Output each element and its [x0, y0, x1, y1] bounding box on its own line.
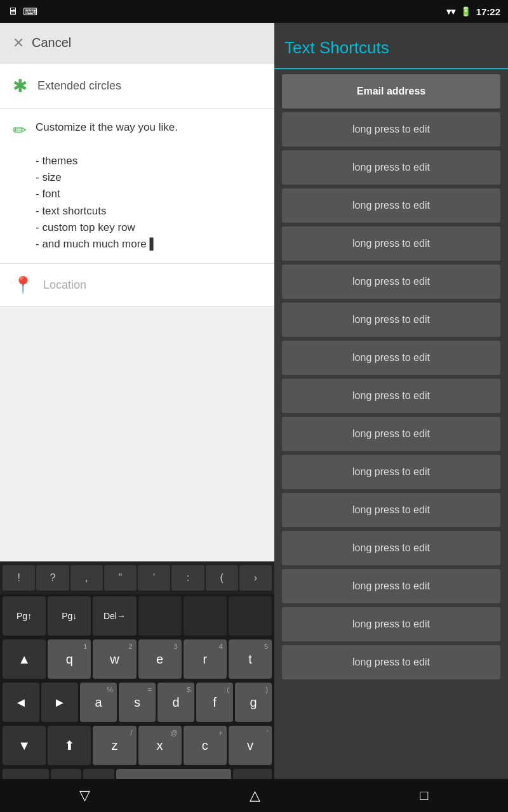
shortcut-item-15-label: long press to edit — [352, 657, 430, 668]
empty-key-3 — [229, 596, 272, 636]
left-panel: ✕ Cancel ✱ Extended circles ✏ Customize … — [0, 23, 274, 812]
key-d[interactable]: $d — [157, 683, 194, 722]
key-f[interactable]: (f — [196, 683, 233, 722]
location-placeholder: Location — [43, 278, 86, 292]
del-key[interactable]: Del→ — [93, 596, 136, 636]
shortcut-item-1[interactable]: long press to edit — [282, 112, 500, 147]
shortcut-item-8[interactable]: long press to edit — [282, 379, 500, 413]
right-arrow-key[interactable]: ► — [41, 683, 78, 722]
shortcut-item-2-label: long press to edit — [352, 162, 430, 173]
shortcut-item-1-label: long press to edit — [352, 124, 430, 135]
shortcut-email[interactable]: Email address — [282, 74, 500, 108]
key-z[interactable]: /z — [93, 726, 136, 765]
key-g[interactable]: )g — [235, 683, 272, 722]
shortcut-item-4[interactable]: long press to edit — [282, 226, 500, 261]
kb-nav-row[interactable]: Pg↑ Pg↓ Del→ — [0, 594, 274, 638]
shortcut-item-7-label: long press to edit — [352, 352, 430, 363]
key-a[interactable]: %a — [80, 683, 117, 722]
status-right-icons: ▾▾ 🔋 17:22 — [446, 6, 500, 17]
content-area: ✏ Customize it the way you like.- themes… — [0, 109, 274, 264]
shortcut-item-14-label: long press to edit — [352, 619, 430, 630]
key-c[interactable]: +c — [184, 726, 227, 765]
extended-circles-label: Extended circles — [37, 79, 121, 93]
kb-zxcv-row[interactable]: ▼ ⬆ /z @x +c 'v — [0, 724, 274, 767]
keyboard-icon: ⌨ — [23, 6, 37, 18]
shortcut-item-11[interactable]: long press to edit — [282, 493, 500, 527]
spec-key-comma[interactable]: , — [70, 565, 103, 591]
spec-key-colon[interactable]: : — [171, 565, 204, 591]
status-bar: 🖥 ⌨ ▾▾ 🔋 17:22 — [0, 0, 508, 23]
shift-up-key[interactable]: ▲ — [3, 639, 46, 679]
spec-key-question[interactable]: ? — [36, 565, 69, 591]
shift-down-key[interactable]: ▼ — [3, 726, 46, 765]
battery-icon: 🔋 — [460, 6, 471, 16]
cancel-label[interactable]: Cancel — [32, 36, 71, 50]
shortcut-item-4-label: long press to edit — [352, 238, 430, 249]
key-t[interactable]: 5t — [229, 639, 272, 679]
shortcut-item-6[interactable]: long press to edit — [282, 303, 500, 337]
empty-key-2 — [184, 596, 227, 636]
shortcuts-list[interactable]: Email address long press to edit long pr… — [274, 69, 508, 812]
pgup-key[interactable]: Pg↑ — [3, 596, 46, 636]
shortcut-item-15[interactable]: long press to edit — [282, 645, 500, 679]
back-button[interactable]: ▽ — [79, 787, 90, 804]
cancel-bar[interactable]: ✕ Cancel — [0, 23, 274, 63]
text-shortcuts-panel: Text Shortcuts Email address long press … — [274, 23, 508, 812]
close-icon[interactable]: ✕ — [13, 35, 24, 51]
kb-asdf-row[interactable]: ◄ ► %a =s $d (f )g — [0, 681, 274, 724]
spec-key-excl[interactable]: ! — [3, 565, 35, 591]
shortcut-item-13-label: long press to edit — [352, 580, 430, 592]
shortcut-item-13[interactable]: long press to edit — [282, 569, 500, 603]
wifi-icon: ▾▾ — [446, 6, 455, 16]
caps-key[interactable]: ⬆ — [48, 726, 91, 765]
shortcuts-header: Text Shortcuts — [274, 23, 508, 69]
spec-key-quote[interactable]: " — [104, 565, 137, 591]
shortcuts-title: Text Shortcuts — [284, 38, 389, 57]
extended-circles-row[interactable]: ✱ Extended circles — [0, 63, 274, 109]
shortcut-item-12[interactable]: long press to edit — [282, 531, 500, 565]
nav-bar[interactable]: ▽ △ □ — [0, 779, 508, 812]
content-text: Customize it the way you like.- themes- … — [36, 119, 178, 253]
shortcut-item-5[interactable]: long press to edit — [282, 265, 500, 299]
key-v[interactable]: 'v — [229, 726, 272, 765]
shortcut-item-9-label: long press to edit — [352, 428, 430, 440]
shortcut-item-7[interactable]: long press to edit — [282, 341, 500, 375]
shortcut-item-5-label: long press to edit — [352, 276, 430, 287]
shortcut-item-11-label: long press to edit — [352, 504, 430, 516]
shortcut-item-3-label: long press to edit — [352, 200, 430, 211]
keyboard[interactable]: ! ? , " ' : ( › Pg↑ Pg↓ Del→ ▲ 1q 2w 3e … — [0, 561, 274, 812]
key-x[interactable]: @x — [138, 726, 182, 765]
shortcut-item-14[interactable]: long press to edit — [282, 607, 500, 641]
special-chars-row[interactable]: ! ? , " ' : ( › — [0, 561, 274, 594]
pencil-icon: ✏ — [13, 121, 27, 253]
shortcut-item-10[interactable]: long press to edit — [282, 455, 500, 489]
home-button[interactable]: △ — [250, 787, 260, 804]
recent-button[interactable]: □ — [420, 787, 428, 804]
key-r[interactable]: 4r — [184, 639, 227, 679]
key-w[interactable]: 2w — [93, 639, 136, 679]
key-e[interactable]: 3e — [138, 639, 182, 679]
location-row[interactable]: 📍 Location — [0, 264, 274, 307]
spec-key-apos[interactable]: ' — [138, 565, 170, 591]
shortcut-email-label: Email address — [357, 86, 426, 97]
shortcut-item-6-label: long press to edit — [352, 314, 430, 325]
location-icon: 📍 — [13, 275, 33, 295]
shortcut-item-10-label: long press to edit — [352, 466, 430, 478]
kb-qwerty-row1[interactable]: ▲ 1q 2w 3e 4r 5t — [0, 638, 274, 681]
shortcut-item-12-label: long press to edit — [352, 542, 430, 554]
spec-key-gt[interactable]: › — [239, 565, 272, 591]
status-left-icons: 🖥 ⌨ — [8, 6, 37, 18]
empty-key-1 — [138, 596, 182, 636]
left-arrow-key[interactable]: ◄ — [3, 683, 39, 722]
clock: 17:22 — [476, 6, 500, 17]
key-s[interactable]: =s — [119, 683, 156, 722]
shortcut-item-9[interactable]: long press to edit — [282, 417, 500, 451]
pgdn-key[interactable]: Pg↓ — [48, 596, 91, 636]
screen-icon: 🖥 — [8, 6, 18, 17]
circles-icon: ✱ — [13, 75, 27, 96]
spec-key-paren[interactable]: ( — [206, 565, 238, 591]
shortcut-item-8-label: long press to edit — [352, 390, 430, 402]
shortcut-item-3[interactable]: long press to edit — [282, 188, 500, 223]
shortcut-item-2[interactable]: long press to edit — [282, 150, 500, 185]
key-q[interactable]: 1q — [48, 639, 91, 679]
